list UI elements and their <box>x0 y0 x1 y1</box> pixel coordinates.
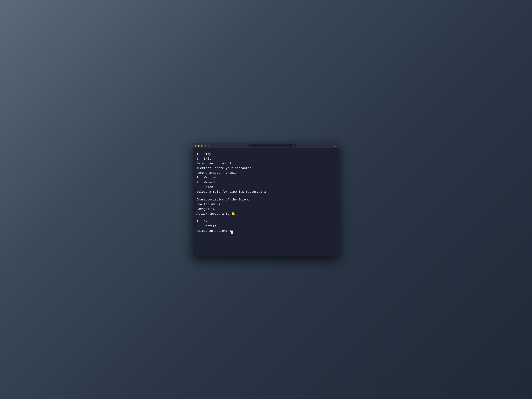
traffic-lights <box>195 145 203 146</box>
spacer-1 <box>196 194 336 197</box>
sidebar-toggle-icon[interactable]: ⊞ <box>205 144 206 147</box>
line-final-select: Select an option: 1 <box>196 229 336 234</box>
line-damage: Damage: 160 \ <box>196 207 336 212</box>
titlebar-controls: ⊞ <box>205 144 206 147</box>
forward-nav-button[interactable]: › <box>210 144 212 147</box>
back-nav-button[interactable]: ‹ <box>208 144 209 147</box>
line-back: 1. Back <box>196 219 336 224</box>
line-characteristics: Characteristics of the Golem: <box>196 197 336 202</box>
cursor-blink <box>231 231 233 234</box>
address-bar[interactable]: 🛡 ↻ <box>248 144 296 147</box>
spacer-2 <box>196 216 336 219</box>
line-select-role: Select a role for view its features: 3 <box>196 190 336 194</box>
shield-icon: 🛡 <box>250 145 252 146</box>
line-golem: 3. Golem <box>196 185 336 190</box>
reload-button[interactable]: ↻ <box>293 144 294 147</box>
line-wizard: 2. Wizard <box>196 180 336 185</box>
line-health: Health: 400 ♥ <box>196 202 336 207</box>
line-select-option: Select an option: 1 <box>196 161 336 166</box>
titlebar-right: ⌃ ⌄ <box>332 144 337 147</box>
line-perfect: ¡Perfect! crete your character <box>196 166 336 171</box>
line-confirm: 2. Confirm <box>196 224 336 229</box>
line-play: 1. Play <box>196 152 336 157</box>
titlebar-center: 🛡 ↻ <box>212 144 332 147</box>
line-exit: 2. Exit <box>196 157 336 161</box>
collapse-icon: ⌄ <box>335 144 336 147</box>
expand-icon: ⌃ <box>332 144 334 147</box>
maximize-button[interactable] <box>201 145 203 146</box>
terminal-window: ⊞ ‹ › 🛡 ↻ ⌃ ⌄ 1. Play 2. Exit Select an … <box>193 143 339 256</box>
line-warrior: 1. Warrior <box>196 175 336 180</box>
titlebar: ⊞ ‹ › 🛡 ↻ ⌃ ⌄ <box>193 143 339 149</box>
close-button[interactable] <box>195 145 196 146</box>
line-attack-speed: Attack speed: 2.3s 🔔 <box>196 212 336 216</box>
terminal-content[interactable]: 1. Play 2. Exit Select an option: 1 ¡Per… <box>193 149 339 256</box>
minimize-button[interactable] <box>197 145 200 146</box>
line-name-character: Name character: VranZz <box>196 171 336 175</box>
titlebar-nav: ‹ › <box>208 144 212 147</box>
